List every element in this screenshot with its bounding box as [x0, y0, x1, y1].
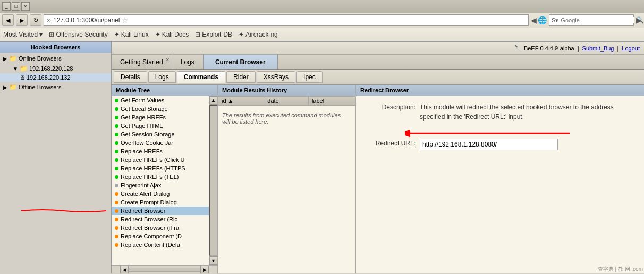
sub-tab-rider[interactable]: Rider: [226, 71, 256, 83]
sub-tab-ipec[interactable]: Ipec: [296, 71, 323, 83]
back-icon2[interactable]: ◀: [531, 16, 537, 24]
url-label: Redirect URL:: [362, 139, 416, 147]
offensive-security-bookmark[interactable]: ⊞ Offensive Security: [49, 31, 107, 38]
search-input[interactable]: [561, 17, 634, 23]
red-arrow-svg: [405, 128, 575, 139]
star-icon[interactable]: ☆: [122, 16, 129, 24]
panels: Module Tree Get Form Values Get Local St…: [112, 85, 644, 273]
search-bar[interactable]: S▾ 🔍: [549, 14, 634, 26]
module-redirect-browser-ric[interactable]: Redirect Browser (Ric: [112, 215, 209, 224]
sub-tab-commands[interactable]: Commands: [177, 71, 225, 83]
monitor-icon: 🖥: [19, 74, 25, 81]
description-row: Description: This module will redirect t…: [362, 102, 638, 122]
sub-tab-logs[interactable]: Logs: [148, 71, 176, 83]
module-list: Get Form Values Get Local Storage Get Pa…: [112, 96, 209, 265]
beef-version: BeEF 0.4.4.9-alpha: [524, 45, 574, 52]
dot-orange-icon: [115, 201, 118, 204]
module-replace-hrefs-click[interactable]: Replace HREFs (Click U: [112, 156, 209, 164]
module-replace-hrefs-https[interactable]: Replace HREFs (HTTPS: [112, 164, 209, 173]
dot-green-icon: [115, 124, 118, 128]
bookmarks-bar: Most Visited ▾ ⊞ Offensive Security ✦ Ka…: [0, 28, 644, 41]
module-get-form-values[interactable]: Get Form Values: [112, 96, 209, 105]
scrollbar-up-arrow[interactable]: ▲: [209, 96, 218, 105]
panel-module-history: Module Results History id ▲ date label: [218, 85, 356, 273]
module-replace-content[interactable]: Replace Content (Defa: [112, 241, 209, 249]
exploit-db-bookmark[interactable]: ⊟ Exploit-DB: [195, 31, 232, 38]
app-container: Hooked Browsers ▶ 📁 Online Browsers ▼ 📁 …: [0, 42, 644, 273]
most-visited-bookmark[interactable]: Most Visited ▾: [3, 31, 43, 38]
aircrack-ng-icon: ✦: [239, 31, 244, 38]
kali-linux-bookmark[interactable]: ✦ Kali Linux: [114, 31, 149, 38]
scrollbar-left-arrow[interactable]: ◀: [120, 266, 129, 274]
online-browsers-section[interactable]: ▶ 📁 Online Browsers: [0, 53, 111, 64]
browser-icon: 🌐: [538, 16, 547, 24]
module-get-page-hrefs[interactable]: Get Page HREFs: [112, 113, 209, 122]
module-redirect-browser-iframe[interactable]: Redirect Browser (iFra: [112, 224, 209, 232]
module-redirect-browser[interactable]: Redirect Browser: [112, 207, 209, 215]
most-visited-label: Most Visited ▾: [3, 31, 43, 38]
beef-logo: 🔪: [514, 45, 522, 52]
scrollbar-down-arrow[interactable]: ▼: [209, 256, 218, 265]
scrollbar-v[interactable]: ▲ ▼: [209, 96, 217, 265]
ip-label: 192.168.220.128: [29, 65, 73, 72]
address-bar[interactable]: ⊙ 127.0.0.1:3000/ui/panel ☆: [44, 14, 529, 26]
module-replace-component[interactable]: Replace Component (D: [112, 232, 209, 241]
col-id[interactable]: id ▲: [218, 97, 264, 106]
address-text: 127.0.0.1:3000/ui/panel: [53, 16, 120, 24]
minimize-button[interactable]: _: [2, 2, 11, 11]
col-date[interactable]: date: [264, 97, 309, 106]
expand-icon-2: ▼: [13, 66, 18, 72]
module-overflow-cookie-jar[interactable]: Overflow Cookie Jar: [112, 139, 209, 147]
tab-getting-started[interactable]: Getting Started ✕: [112, 55, 172, 69]
nav-arrow[interactable]: ▶: [636, 16, 642, 24]
dot-green-icon: [115, 175, 118, 179]
offensive-security-icon: ⊞: [49, 31, 54, 38]
close-getting-started-icon[interactable]: ✕: [165, 57, 170, 63]
online-browsers-label: Online Browsers: [19, 55, 62, 62]
tab-current-browser[interactable]: Current Browser: [204, 55, 278, 69]
scrollbar-track: [129, 268, 200, 272]
sub-tab-details[interactable]: Details: [114, 71, 147, 83]
col-label[interactable]: label: [308, 97, 355, 106]
logout-link[interactable]: Logout: [622, 45, 640, 52]
dot-orange-icon: [115, 192, 118, 196]
folder-icon-3: 📁: [9, 83, 17, 91]
offline-browsers-section[interactable]: ▶ 📁 Offline Browsers: [0, 82, 111, 92]
back-button[interactable]: ◀: [2, 14, 14, 26]
module-get-session-storage[interactable]: Get Session Storage: [112, 130, 209, 139]
close-button[interactable]: ×: [21, 2, 30, 11]
separator-1: |: [578, 45, 579, 52]
dot-green-icon: [115, 116, 118, 119]
submit-bug-link[interactable]: Submit_Bug: [582, 45, 614, 52]
module-fingerprint-ajax[interactable]: Fingerprint Ajax: [112, 181, 209, 190]
top-tabs: Getting Started ✕ Logs Current Browser: [112, 55, 644, 70]
module-get-page-html[interactable]: Get Page HTML: [112, 122, 209, 130]
module-create-prompt-dialog[interactable]: Create Prompt Dialog: [112, 198, 209, 207]
ip-label-2: 192.168.220.132: [27, 74, 71, 81]
module-get-local-storage[interactable]: Get Local Storage: [112, 105, 209, 113]
dot-orange-icon: [115, 226, 118, 230]
dot-green-icon: [115, 133, 118, 136]
redirect-url-input[interactable]: [420, 139, 558, 150]
ip-192-168-220-128-item[interactable]: ▼ 📁 192.168.220.128: [0, 64, 111, 73]
sub-tab-xssrays[interactable]: XssRays: [257, 71, 295, 83]
exploit-db-icon: ⊟: [195, 31, 200, 38]
offensive-security-label: Offensive Security: [56, 31, 107, 38]
reload-button[interactable]: ↻: [30, 14, 41, 26]
title-bar: _ □ ×: [0, 0, 644, 13]
ip-192-168-220-132-item[interactable]: 🖥 192.168.220.132: [0, 73, 111, 82]
aircrack-ng-bookmark[interactable]: ✦ Aircrack-ng: [239, 31, 278, 38]
module-replace-hrefs-tel[interactable]: Replace HREFs (TEL): [112, 173, 209, 181]
forward-button[interactable]: ▶: [16, 14, 28, 26]
module-create-alert-dialog[interactable]: Create Alert Dialog: [112, 190, 209, 198]
scrollbar-right-arrow[interactable]: ▶: [200, 266, 209, 274]
tab-logs[interactable]: Logs: [172, 55, 204, 69]
restore-button[interactable]: □: [12, 2, 20, 11]
module-replace-hrefs[interactable]: Replace HREFs: [112, 147, 209, 156]
dot-green-icon: [115, 141, 118, 145]
sub-tabs: Details Logs Commands Rider XssRays Ipec: [112, 70, 644, 85]
red-arrow-annotation: [362, 128, 638, 139]
scrollbar-h[interactable]: ◀ ▶: [112, 265, 217, 273]
kali-docs-bookmark[interactable]: ✦ Kali Docs: [155, 31, 189, 38]
expand-icon: ▶: [3, 56, 7, 62]
